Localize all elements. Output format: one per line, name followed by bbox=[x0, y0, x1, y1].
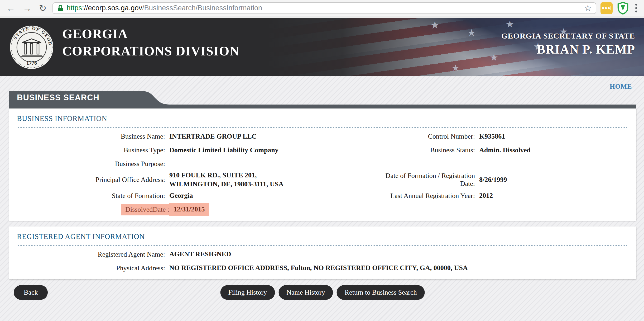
registered-agent-heading: REGISTERED AGENT INFORMATION bbox=[17, 232, 628, 241]
field-value: NO REGISTERED OFFICE ADDRESS, Fulton, NO… bbox=[169, 261, 628, 275]
back-button[interactable]: Back bbox=[14, 285, 48, 300]
field-label: Business Purpose: bbox=[17, 157, 169, 171]
field-label: Date of Formation / Registration Date: bbox=[370, 172, 479, 188]
field-value bbox=[169, 157, 370, 171]
tab-label: BUSINESS SEARCH bbox=[17, 93, 99, 102]
url-path: /BusinessSearch/BusinessInformation bbox=[142, 4, 262, 12]
svg-text:1776: 1776 bbox=[26, 60, 37, 66]
field-label: Business Type: bbox=[17, 143, 169, 157]
field-label bbox=[370, 203, 479, 216]
name-history-button[interactable]: Name History bbox=[278, 285, 333, 300]
secretary-label: GEORGIA SECRETARY OF STATE bbox=[501, 31, 635, 40]
url-bar[interactable]: https://ecorp.sos.ga.gov/BusinessSearch/… bbox=[52, 2, 597, 14]
secretary-name: BRIAN P. KEMP bbox=[501, 42, 635, 56]
business-search-tab[interactable]: BUSINESS SEARCH bbox=[9, 91, 636, 108]
forward-icon[interactable]: → bbox=[21, 4, 33, 13]
field-label: Business Status: bbox=[370, 143, 479, 157]
browser-toolbar: ← → ↻ https://ecorp.sos.ga.gov/BusinessS… bbox=[0, 0, 644, 16]
brand-line1: GEORGIA bbox=[62, 26, 239, 42]
dotted-divider bbox=[18, 127, 627, 128]
home-link[interactable]: HOME bbox=[610, 83, 632, 91]
browser-menu-icon[interactable] bbox=[633, 4, 639, 12]
toolbar-bottom-strip bbox=[0, 16, 644, 18]
field-value: INTERTRADE GROUP LLC bbox=[169, 130, 370, 143]
field-label: Registered Agent Name: bbox=[17, 248, 169, 261]
field-label bbox=[370, 157, 479, 171]
field-label: Business Name: bbox=[17, 130, 169, 143]
back-icon[interactable]: ← bbox=[5, 4, 17, 13]
georgia-seal: STATE OF GEORGIA 1776 bbox=[9, 25, 54, 69]
password-extension-icon[interactable] bbox=[600, 2, 613, 14]
business-info-heading: BUSINESS INFORMATION bbox=[17, 114, 628, 123]
history-buttons-group: Filing HistoryName HistoryReturn to Busi… bbox=[220, 285, 425, 300]
field-value: 2012 bbox=[479, 189, 628, 203]
site-header: ★ ★ ★ ★ ★ ★ ★ STATE OF GEORGIA 1776 GEOR… bbox=[0, 18, 644, 76]
secretary-block: GEORGIA SECRETARY OF STATE BRIAN P. KEMP bbox=[501, 31, 635, 56]
field-value bbox=[479, 203, 628, 216]
brand-line2: CORPORATIONS DIVISION bbox=[62, 42, 239, 60]
filing-history-button[interactable]: Filing History bbox=[220, 285, 275, 300]
business-info-grid: Business Name:INTERTRADE GROUP LLCContro… bbox=[17, 130, 628, 216]
field-label: Control Number: bbox=[370, 130, 479, 143]
lock-icon bbox=[57, 4, 64, 12]
field-value: AGENT RESIGNED bbox=[169, 248, 628, 261]
field-label: Physical Address: bbox=[17, 261, 169, 275]
url-text: https://ecorp.sos.ga.gov/BusinessSearch/… bbox=[67, 4, 262, 12]
bookmark-star-icon[interactable]: ☆ bbox=[584, 3, 592, 13]
shield-extension-icon[interactable] bbox=[617, 2, 629, 15]
url-protocol: https: bbox=[67, 4, 84, 12]
dissolved-date-highlight: 12/31/2015 bbox=[169, 203, 370, 216]
field-value: 8/26/1999 bbox=[479, 173, 628, 187]
dotted-divider bbox=[18, 245, 627, 246]
field-value bbox=[479, 157, 628, 171]
field-value: Admin. Dissolved bbox=[479, 143, 628, 157]
field-label: Principal Office Address: bbox=[17, 173, 169, 187]
reload-icon[interactable]: ↻ bbox=[37, 4, 48, 13]
url-host: //ecorp.sos.ga.gov bbox=[84, 4, 142, 12]
field-value: 910 FOULK RD., SUITE 201, WILMINGTON, DE… bbox=[169, 171, 370, 189]
field-value: Domestic Limited Liability Company bbox=[169, 143, 370, 157]
brand-title: GEORGIA CORPORATIONS DIVISION bbox=[62, 26, 239, 60]
registered-agent-grid: Registered Agent Name:AGENT RESIGNEDPhys… bbox=[17, 248, 628, 275]
field-label: State of Formation: bbox=[17, 189, 169, 203]
home-row: HOME bbox=[0, 76, 644, 91]
dissolved-date-label: DissolvedDate : bbox=[17, 203, 169, 216]
registered-agent-panel: REGISTERED AGENT INFORMATION Registered … bbox=[9, 226, 636, 279]
field-label: Last Annual Registration Year: bbox=[370, 189, 479, 203]
business-info-panel: BUSINESS INFORMATION Business Name:INTER… bbox=[9, 108, 636, 221]
return-to-business-search-button[interactable]: Return to Business Search bbox=[337, 285, 425, 300]
action-buttons-row: Back Filing HistoryName HistoryReturn to… bbox=[9, 285, 636, 300]
field-value: Georgia bbox=[169, 189, 370, 203]
field-value: K935861 bbox=[479, 130, 628, 143]
